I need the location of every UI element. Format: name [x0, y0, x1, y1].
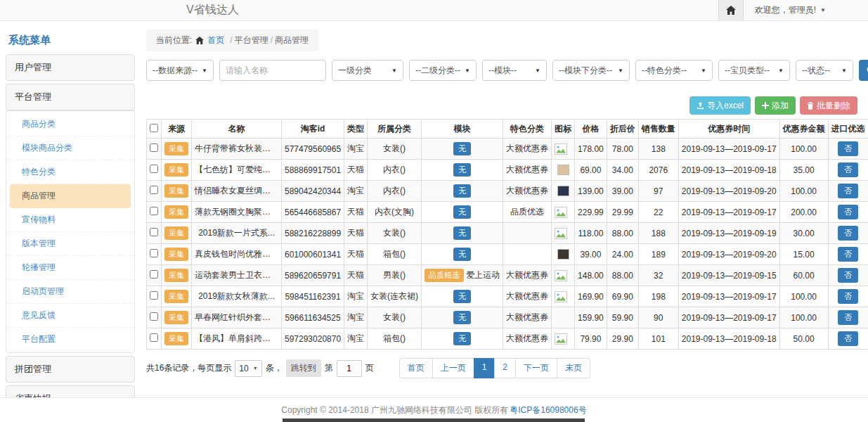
- filter-select-一级分类[interactable]: 一级分类▼: [332, 60, 403, 81]
- import-select-toggle-cell: 否: [828, 223, 868, 244]
- page-button-1[interactable]: 1: [474, 358, 495, 378]
- import-select-toggle[interactable]: 否: [838, 289, 858, 304]
- batch-delete-button[interactable]: 批量删除: [800, 96, 857, 115]
- row-checkbox[interactable]: [150, 312, 158, 321]
- sidebar-item-启动页管理[interactable]: 启动页管理: [6, 280, 134, 304]
- module-cell-td: 无: [422, 328, 503, 350]
- module-badge[interactable]: 无: [453, 163, 471, 177]
- module-badge[interactable]: 品质精选: [425, 269, 464, 282]
- sidebar-group-用户管理[interactable]: 用户管理: [6, 54, 135, 81]
- sidebar-item-平台配置[interactable]: 平台配置: [6, 328, 134, 351]
- row-checkbox[interactable]: [150, 291, 158, 300]
- row-checkbox[interactable]: [150, 143, 158, 152]
- page-button-2[interactable]: 2: [494, 358, 516, 378]
- filter-select-模块[interactable]: --模块--▼: [482, 60, 547, 81]
- add-button[interactable]: 添加: [755, 96, 796, 115]
- source-badge[interactable]: 采集: [164, 290, 188, 303]
- module-badge[interactable]: 无: [453, 332, 471, 345]
- jump-prefix: 第: [325, 362, 333, 374]
- filter-select-二级分类[interactable]: --二级分类--▼: [409, 60, 477, 81]
- module-badge[interactable]: 无: [453, 311, 471, 324]
- filter-select-模块下分类[interactable]: --模块下分类--▼: [552, 60, 630, 81]
- sidebar-group-拼团管理[interactable]: 拼团管理: [6, 356, 135, 383]
- row-checkbox[interactable]: [150, 186, 158, 194]
- row-select-cell: [147, 328, 162, 350]
- import-select-toggle[interactable]: 否: [838, 310, 858, 325]
- sidebar-item-商品分类[interactable]: 商品分类: [6, 113, 134, 136]
- row-checkbox[interactable]: [150, 249, 158, 257]
- search-button[interactable]: 查询: [859, 60, 868, 81]
- name-search-input[interactable]: [219, 60, 326, 81]
- product-icon-cell: [552, 181, 575, 202]
- import-excel-label: 导入excel: [707, 100, 744, 112]
- sidebar-item-特色分类[interactable]: 特色分类: [6, 160, 134, 184]
- source-badge[interactable]: 采集: [164, 142, 188, 155]
- source-badge[interactable]: 采集: [164, 311, 188, 324]
- price: 148.00: [575, 265, 607, 286]
- jump-button[interactable]: 跳转到: [286, 359, 321, 377]
- module-badge[interactable]: 无: [453, 184, 471, 198]
- source-cell: 采集: [162, 328, 192, 350]
- import-select-toggle[interactable]: 否: [838, 247, 858, 262]
- sidebar-item-宣传物料[interactable]: 宣传物料: [6, 208, 134, 232]
- breadcrumb-home-link[interactable]: 首页: [207, 34, 224, 46]
- row-checkbox[interactable]: [150, 270, 158, 279]
- filter-select-特色分类[interactable]: --特色分类--▼: [635, 60, 713, 81]
- column-header-销售数量: 销售数量: [638, 120, 678, 139]
- module-badge[interactable]: 无: [453, 226, 471, 240]
- import-select-toggle[interactable]: 否: [838, 141, 858, 156]
- sidebar-item-轮播管理[interactable]: 轮播管理: [6, 256, 134, 280]
- import-select-toggle[interactable]: 否: [838, 226, 858, 241]
- page-button-首页[interactable]: 首页: [399, 358, 433, 378]
- import-excel-button[interactable]: 导入excel: [689, 96, 751, 115]
- page-button-下一页[interactable]: 下一页: [515, 358, 557, 378]
- sidebar-item-版本管理[interactable]: 版本管理: [6, 232, 134, 256]
- filter-select-value: --数据来源--: [153, 65, 197, 77]
- sidebar-title: 系统菜单: [6, 28, 135, 54]
- source-badge[interactable]: 采集: [164, 269, 188, 282]
- table-row: 采集【七色纺】可爱纯棉家...588869917501天猫内衣()无大额优惠券6…: [147, 160, 868, 181]
- sidebar-item-模块商品分类[interactable]: 模块商品分类: [6, 136, 134, 160]
- filter-select-数据来源[interactable]: --数据来源--▼: [146, 60, 214, 81]
- module-badge[interactable]: 无: [453, 142, 471, 155]
- sidebar-item-商品管理[interactable]: 商品管理: [10, 184, 131, 208]
- chevron-down-icon: ▼: [701, 68, 706, 74]
- home-button[interactable]: [718, 0, 744, 21]
- import-select-toggle[interactable]: 否: [838, 331, 858, 346]
- filter-select-状态[interactable]: --状态--▼: [796, 60, 853, 81]
- source-badge[interactable]: 采集: [164, 184, 188, 198]
- coupon-time: 2019-09-13—2019-09-20: [678, 244, 779, 265]
- page-button-末页[interactable]: 末页: [557, 358, 590, 378]
- sidebar-item-意见反馈[interactable]: 意见反馈: [6, 304, 134, 328]
- source-badge[interactable]: 采集: [164, 163, 188, 177]
- source-cell: 采集: [162, 286, 192, 307]
- sidebar-group-平台管理[interactable]: 平台管理: [6, 84, 135, 110]
- row-checkbox[interactable]: [150, 207, 158, 215]
- filter-select-宝贝类型[interactable]: --宝贝类型--▼: [718, 60, 790, 81]
- import-select-toggle[interactable]: 否: [838, 205, 858, 219]
- icp-link[interactable]: 粤ICP备16098006号: [510, 404, 586, 416]
- import-select-toggle[interactable]: 否: [838, 162, 858, 177]
- source-badge[interactable]: 采集: [164, 226, 188, 240]
- module-badge[interactable]: 无: [453, 248, 471, 261]
- select-all-checkbox[interactable]: [150, 124, 158, 132]
- page-number-input[interactable]: [337, 360, 362, 377]
- module-cell-td: 无: [422, 181, 503, 202]
- row-checkbox[interactable]: [150, 333, 158, 342]
- coupon-amount: 60.00: [779, 265, 828, 286]
- import-select-toggle[interactable]: 否: [838, 184, 858, 198]
- per-page-select[interactable]: 10 ▼: [235, 360, 261, 377]
- records-summary: 共16条记录，每页显示: [146, 362, 231, 374]
- row-checkbox[interactable]: [150, 165, 158, 173]
- main-panel: 当前位置: 首页 /平台管理/商品管理 --数据来源--▼ 一级分类▼--二级分…: [135, 21, 868, 378]
- row-checkbox[interactable]: [150, 228, 158, 236]
- coupon-time: 2019-09-13—2019-09-20: [678, 181, 779, 202]
- source-badge[interactable]: 采集: [164, 332, 188, 345]
- source-badge[interactable]: 采集: [164, 248, 188, 261]
- page-button-上一页[interactable]: 上一页: [432, 358, 474, 378]
- module-badge[interactable]: 无: [453, 205, 471, 219]
- user-menu[interactable]: 欢迎您，管理员! ▼: [744, 4, 868, 16]
- import-select-toggle[interactable]: 否: [838, 268, 858, 283]
- source-badge[interactable]: 采集: [164, 205, 188, 219]
- module-badge[interactable]: 无: [453, 290, 471, 303]
